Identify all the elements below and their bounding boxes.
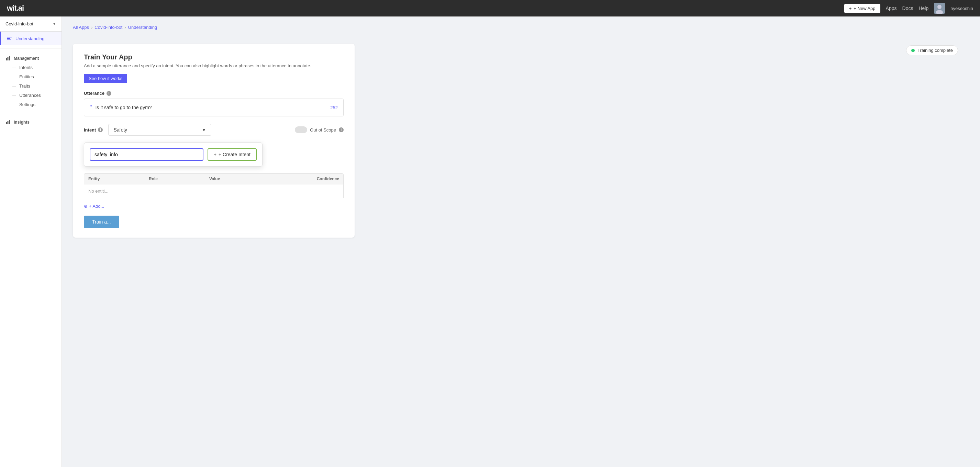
sidebar-item-intents[interactable]: Intents xyxy=(0,63,62,72)
svg-rect-8 xyxy=(9,56,10,60)
utterance-text: Is it safe to go to the gym? xyxy=(95,105,327,110)
quote-icon: " xyxy=(90,104,92,111)
insights-header: Insights xyxy=(0,115,62,127)
entity-table-body: No entiti... xyxy=(84,184,344,198)
svg-rect-11 xyxy=(9,120,10,124)
out-of-scope-toggle-switch[interactable] xyxy=(295,126,307,133)
sidebar-item-settings[interactable]: Settings xyxy=(0,100,62,109)
card-title: Train Your App xyxy=(84,53,344,61)
no-entities-text: No entiti... xyxy=(88,189,108,194)
insights-icon xyxy=(5,120,10,125)
entity-col-value: Value xyxy=(209,176,299,181)
create-intent-popup: + + Create Intent xyxy=(84,143,262,167)
training-status-text: Training complete xyxy=(918,48,953,53)
main-content: All Apps › Covid-info-bot › Understandin… xyxy=(62,16,980,467)
breadcrumb-app-name[interactable]: Covid-info-bot xyxy=(94,25,123,30)
logo: wit.ai xyxy=(7,4,24,13)
train-button[interactable]: Train a... xyxy=(84,216,119,228)
intent-dropdown-popup: + + Create Intent xyxy=(84,143,344,167)
svg-rect-3 xyxy=(7,37,12,37)
intent-info-icon[interactable]: i xyxy=(98,127,103,132)
breadcrumb-current: Understanding xyxy=(128,25,158,30)
breadcrumb-sep2: › xyxy=(124,25,126,30)
intent-label: Intent i xyxy=(84,127,103,133)
create-intent-inner: + + Create Intent xyxy=(90,148,257,161)
intent-row: Intent i Safety ▼ Out of Scope i xyxy=(84,124,344,136)
utterance-input-box[interactable]: " Is it safe to go to the gym? 252 xyxy=(84,98,344,116)
entity-col-role: Role xyxy=(149,176,204,181)
username: hyeseoshin xyxy=(950,6,973,11)
card-description: Add a sample utterance and specify an in… xyxy=(84,63,344,68)
breadcrumb-all-apps[interactable]: All Apps xyxy=(73,25,89,30)
app-name: Covid-info-bot xyxy=(5,21,33,27)
sidebar-item-traits[interactable]: Traits xyxy=(0,81,62,91)
sidebar-item-entities[interactable]: Entities xyxy=(0,72,62,81)
apps-link[interactable]: Apps xyxy=(886,5,897,11)
sidebar-item-utterances[interactable]: Utterances xyxy=(0,91,62,100)
svg-rect-9 xyxy=(6,122,7,124)
train-card: Train Your App Add a sample utterance an… xyxy=(73,44,355,238)
utterance-char-count: 252 xyxy=(330,105,338,110)
plus-icon: ⊕ xyxy=(84,203,88,209)
svg-rect-6 xyxy=(6,58,7,60)
utterance-label: Utterance i xyxy=(84,91,344,96)
understanding-icon xyxy=(6,36,12,41)
out-of-scope-toggle: Out of Scope i xyxy=(295,126,344,133)
svg-rect-5 xyxy=(7,40,11,40)
out-of-scope-label: Out of Scope xyxy=(310,127,336,133)
sidebar: Covid-info-bot ▼ Understanding Managemen… xyxy=(0,16,62,467)
chevron-down-icon: ▼ xyxy=(52,22,56,26)
bar-chart-icon xyxy=(5,56,10,61)
plus-icon: + xyxy=(849,6,852,11)
training-status-dot xyxy=(911,49,915,52)
breadcrumb-sep1: › xyxy=(91,25,92,30)
entity-table-header: Entity Role Value Confidence xyxy=(84,173,344,184)
plus-icon: + xyxy=(214,152,216,157)
intent-select-value: Safety xyxy=(113,127,127,133)
topnav: wit.ai + + New App Apps Docs Help hyeseo… xyxy=(0,0,980,16)
entity-col-entity: Entity xyxy=(88,176,143,181)
help-link[interactable]: Help xyxy=(918,5,929,11)
svg-rect-7 xyxy=(8,57,9,60)
see-how-button[interactable]: See how it works xyxy=(84,74,127,83)
svg-rect-10 xyxy=(8,121,9,124)
breadcrumb: All Apps › Covid-info-bot › Understandin… xyxy=(73,25,157,30)
management-header: Management xyxy=(0,51,62,63)
utterance-info-icon[interactable]: i xyxy=(107,91,111,96)
training-badge: Training complete xyxy=(906,45,958,55)
svg-point-1 xyxy=(937,5,942,9)
add-entity-link[interactable]: ⊕ + Add... xyxy=(84,203,344,209)
svg-rect-4 xyxy=(7,38,10,39)
new-app-button[interactable]: + + New App xyxy=(844,4,880,13)
out-of-scope-info-icon[interactable]: i xyxy=(339,127,344,132)
entity-section: Entity Role Value Confidence No entiti..… xyxy=(84,173,344,198)
create-intent-input[interactable] xyxy=(90,148,204,161)
create-intent-button[interactable]: + + Create Intent xyxy=(208,148,257,161)
avatar[interactable] xyxy=(934,3,945,14)
docs-link[interactable]: Docs xyxy=(902,5,913,11)
intent-select-dropdown[interactable]: Safety ▼ xyxy=(108,124,211,136)
entity-col-confidence: Confidence xyxy=(305,176,339,181)
sidebar-item-understanding[interactable]: Understanding xyxy=(0,32,62,45)
app-selector[interactable]: Covid-info-bot ▼ xyxy=(0,16,62,32)
intent-select-arrow-icon: ▼ xyxy=(202,127,207,133)
